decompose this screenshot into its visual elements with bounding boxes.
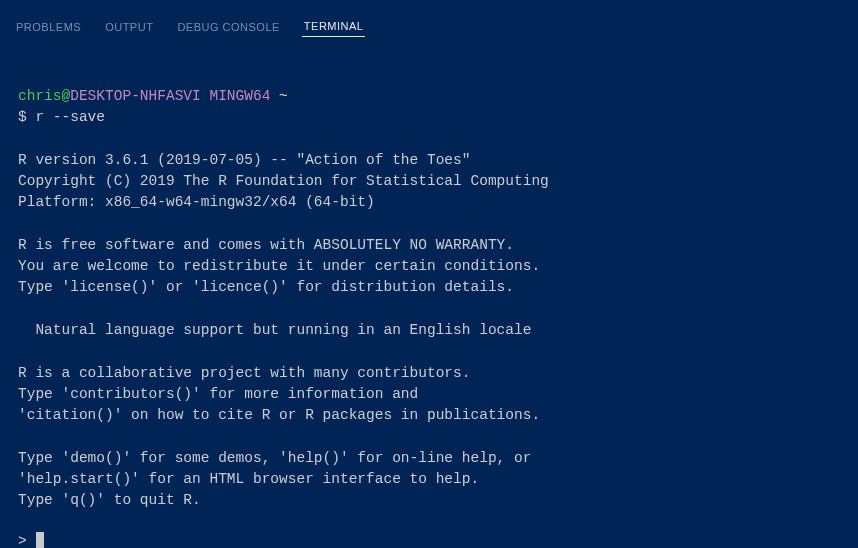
- blank-line: [18, 298, 840, 318]
- prompt-path: ~: [270, 88, 287, 104]
- r-startup-contributors: R is a collaborative project with many c…: [18, 363, 840, 426]
- terminal-cursor: [36, 532, 44, 548]
- editor-top-strip: [0, 0, 858, 8]
- blank-line: [18, 128, 840, 148]
- tab-output[interactable]: OUTPUT: [103, 17, 155, 37]
- r-startup-warranty: R is free software and comes with ABSOLU…: [18, 235, 840, 298]
- blank-line: [18, 511, 840, 531]
- shell-prompt-line: chris@DESKTOP-NHFASVI MINGW64 ~: [18, 86, 840, 107]
- shell-command-line: $ r --save: [18, 107, 840, 128]
- prompt-at: @: [62, 88, 71, 104]
- prompt-user: chris: [18, 88, 62, 104]
- typed-command: r --save: [35, 109, 105, 125]
- tab-debug-console[interactable]: DEBUG CONSOLE: [175, 17, 281, 37]
- panel-tabs: PROBLEMS OUTPUT DEBUG CONSOLE TERMINAL: [0, 8, 858, 48]
- r-prompt-symbol: >: [18, 533, 35, 548]
- r-startup-version: R version 3.6.1 (2019-07-05) -- "Action …: [18, 150, 840, 213]
- blank-line: [18, 426, 840, 446]
- prompt-host: DESKTOP-NHFASVI: [70, 88, 201, 104]
- r-startup-help: Type 'demo()' for some demos, 'help()' f…: [18, 448, 840, 511]
- r-prompt-line[interactable]: >: [18, 531, 840, 548]
- blank-line: [18, 66, 840, 86]
- blank-line: [18, 213, 840, 233]
- tab-problems[interactable]: PROBLEMS: [14, 17, 83, 37]
- tab-terminal[interactable]: TERMINAL: [302, 16, 366, 37]
- prompt-shell: MINGW64: [201, 88, 271, 104]
- prompt-symbol: $: [18, 109, 35, 125]
- r-startup-locale: Natural language support but running in …: [18, 320, 840, 341]
- blank-line: [18, 341, 840, 361]
- terminal-content[interactable]: chris@DESKTOP-NHFASVI MINGW64 ~ $ r --sa…: [0, 48, 858, 548]
